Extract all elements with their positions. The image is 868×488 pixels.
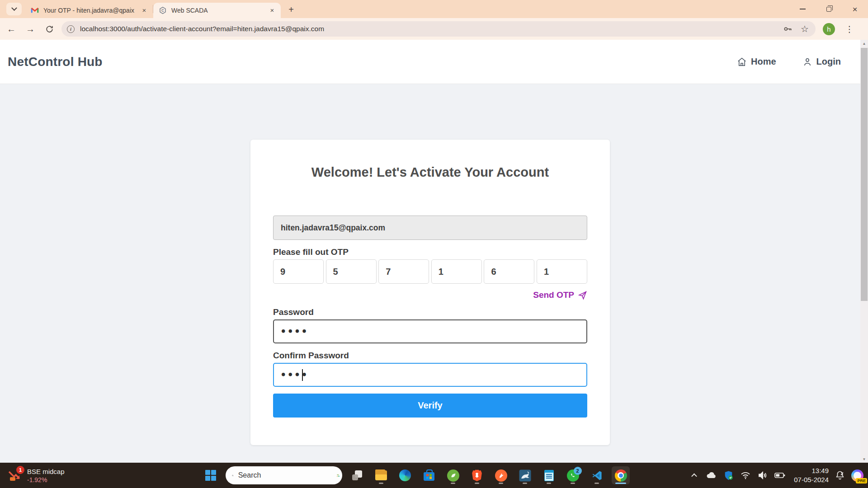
reload-icon [45,25,54,33]
password-field[interactable] [273,319,587,343]
window-minimize-button[interactable] [789,0,816,18]
notification-center-button[interactable] [834,469,846,481]
url-text[interactable]: localhost:3000/auth/activate-client-acco… [80,25,776,33]
postman-button[interactable] [492,466,510,484]
system-tray: 13:49 07-05-2024 PRE [688,463,863,488]
copilot-button[interactable]: PRE [851,469,863,482]
otp-digit-1[interactable] [273,259,324,284]
search-input[interactable] [238,471,332,479]
star-icon: ☆ [801,23,809,34]
otp-digit-4[interactable] [431,259,482,284]
task-view-icon [352,470,362,480]
battery-icon [774,469,786,481]
scroll-down-icon[interactable]: ▼ [860,455,868,463]
webscada-favicon-icon: C [159,6,167,14]
scroll-up-icon[interactable]: ▲ [860,40,868,47]
tray-overflow-button[interactable] [688,469,700,481]
otp-digit-5[interactable] [484,259,534,284]
windows-security-button[interactable] [722,469,734,481]
confirm-password-wrap [273,363,587,387]
search-icon [232,472,234,479]
svg-text:C: C [161,9,164,13]
send-otp-link[interactable]: Send OTP [533,290,574,300]
site-info-icon[interactable]: i [67,25,75,33]
widgets-button[interactable]: 1 BSE midcap -1.92% [6,463,65,488]
notepad-button[interactable] [540,466,558,484]
browser-tabstrip: Your OTP - hiten.jadavra@qpaix × C Web S… [0,0,868,18]
gmail-icon [31,6,39,14]
volume-button[interactable] [757,469,769,481]
window-restore-button[interactable] [816,0,842,18]
otp-digit-6[interactable] [537,259,587,284]
bookmark-button[interactable]: ☆ [799,23,810,34]
vscode-button[interactable] [588,466,606,484]
browser-profile-avatar[interactable]: h [823,23,835,35]
site-nav: Home Login [737,56,841,67]
close-icon[interactable]: × [140,6,148,14]
taskbar-search[interactable] [226,466,342,484]
copilot-pre-badge: PRE [856,478,867,483]
windows-logo-icon [205,470,216,481]
widget-title: BSE midcap [27,468,65,475]
page-content: Welcome! Let's Activate Your Account Ple… [0,84,860,463]
start-button[interactable] [202,466,220,484]
microsoft-store-icon [424,472,434,481]
chrome-button[interactable] [612,466,630,484]
spring-icon [447,469,459,482]
spring-tool-button[interactable] [444,466,462,484]
chevron-down-icon [11,5,17,11]
confirm-password-field[interactable] [273,363,587,387]
tab-search-button[interactable] [6,3,22,15]
scrollbar-thumb[interactable] [861,48,868,301]
window-controls: × [789,0,868,18]
otp-digit-2[interactable] [326,259,377,284]
running-indicator [451,483,455,484]
activation-card: Welcome! Let's Activate Your Account Ple… [250,140,610,445]
mysql-workbench-button[interactable] [516,466,534,484]
brave-button[interactable] [468,466,486,484]
taskbar-clock[interactable]: 13:49 07-05-2024 [794,466,829,485]
postman-icon [495,469,507,482]
send-icon[interactable] [578,291,587,300]
widget-notification-badge: 1 [16,466,24,474]
window-close-button[interactable]: × [842,0,868,18]
browser-menu-button[interactable]: ⋮ [844,24,855,34]
tab-webscada[interactable]: C Web SCADA × [153,3,281,18]
user-icon [802,57,812,67]
microsoft-store-button[interactable] [420,466,438,484]
forward-button[interactable]: → [23,21,38,37]
address-bar[interactable]: i localhost:3000/auth/activate-client-ac… [61,21,816,37]
page-scrollbar[interactable]: ▲ ▼ [860,40,868,463]
task-view-button[interactable] [348,466,366,484]
wifi-button[interactable] [740,469,751,481]
onedrive-button[interactable] [705,469,717,481]
close-icon[interactable]: × [268,6,276,14]
edge-button[interactable] [396,466,414,484]
nav-login-link[interactable]: Login [802,56,841,67]
notepad-icon [544,470,554,481]
search-highlight-beach-icon [336,469,340,482]
running-indicator [547,483,551,484]
whatsapp-badge: 2 [574,467,582,475]
browser-toolbar: ← → i localhost:3000/auth/activate-clien… [0,18,868,40]
back-button[interactable]: ← [4,21,19,37]
onedrive-cloud-icon [705,469,717,481]
stock-widget-icon: 1 [6,467,23,483]
home-icon [737,57,747,67]
file-explorer-button[interactable] [372,466,390,484]
email-field[interactable] [273,216,587,240]
otp-inputs-row [273,259,587,284]
nav-home-link[interactable]: Home [737,56,776,67]
site-header: NetControl Hub Home Login [0,40,868,84]
verify-button[interactable]: Verify [273,394,587,418]
tab-gmail[interactable]: Your OTP - hiten.jadavra@qpaix × [25,3,153,18]
reload-button[interactable] [42,21,57,37]
new-tab-button[interactable]: + [284,3,298,16]
otp-digit-3[interactable] [378,259,429,284]
card-title: Welcome! Let's Activate Your Account [273,165,587,180]
key-icon [783,24,793,34]
battery-button[interactable] [774,469,786,481]
password-manager-button[interactable] [782,23,793,34]
whatsapp-button[interactable]: 2 [564,466,582,484]
widget-text: BSE midcap -1.92% [27,468,65,483]
